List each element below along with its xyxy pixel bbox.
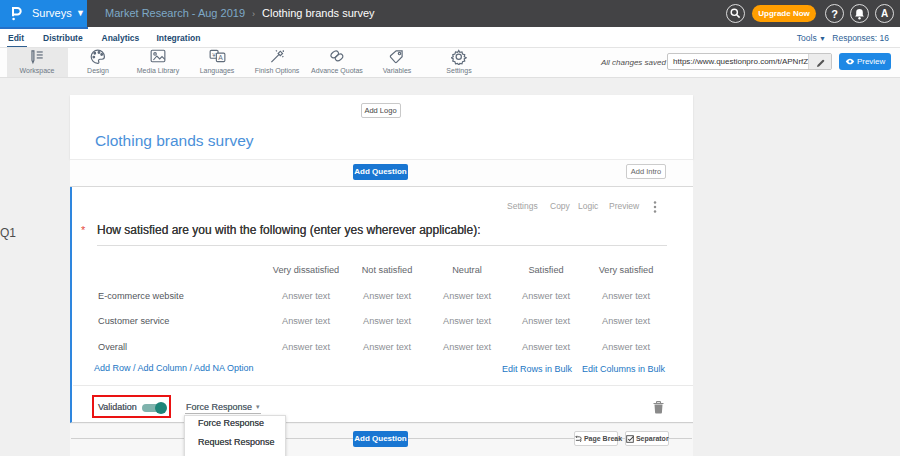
svg-text:A: A xyxy=(218,54,223,61)
svg-text:¥: ¥ xyxy=(212,51,216,58)
